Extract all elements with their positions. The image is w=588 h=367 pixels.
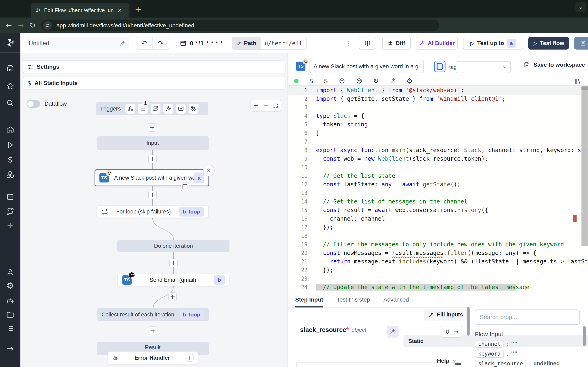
tab-step-input[interactable]: Step Input	[295, 296, 323, 308]
tab-advanced[interactable]: Advanced	[383, 296, 409, 308]
flow-node-forloop[interactable]: For loop (skip failures) b_loop	[96, 206, 209, 218]
webhook-trigger-icon[interactable]	[125, 104, 135, 114]
more-options-icon[interactable]: ⋮	[342, 37, 354, 50]
prop-pill[interactable]: slack_resource	[475, 360, 526, 367]
code-line[interactable]: 8export async function main(slack_resour…	[288, 146, 581, 155]
suspend-toggle-button[interactable]	[434, 61, 445, 72]
workers-icon[interactable]	[0, 297, 20, 305]
package-icon[interactable]	[356, 78, 362, 84]
settings-gear-icon[interactable]: ⚙	[0, 282, 20, 290]
code-line[interactable]: 21 return message.text.includes(keyword)…	[288, 257, 581, 266]
logs-icon[interactable]	[0, 324, 20, 333]
poll-trigger-icon[interactable]	[189, 104, 199, 114]
code-line[interactable]: 6}	[288, 129, 581, 137]
search-prop-input[interactable]: Search prop...	[475, 309, 580, 325]
code-line[interactable]: 3	[288, 103, 581, 112]
add-step-button[interactable]: +	[148, 155, 157, 163]
address-bar[interactable]: app.windmill.dev/flows/edit/u/henri/effe…	[41, 20, 439, 31]
windmill-logo-icon[interactable]	[0, 37, 20, 48]
code-line[interactable]: 19 // Filter the messages to only includ…	[288, 240, 581, 249]
prop-pill[interactable]: keyword	[475, 350, 504, 358]
reload-script-icon[interactable]: ↻	[373, 77, 379, 84]
docs-button[interactable]	[359, 37, 376, 50]
test-up-to-step-badge[interactable]: a	[507, 39, 516, 48]
code-line[interactable]: 7	[288, 137, 581, 146]
schedule-summary[interactable]: 0 */1 * * * *	[180, 37, 223, 50]
code-line[interactable]: 24 // Update the state with the timestam…	[288, 283, 581, 292]
save-to-workspace-button[interactable]: Save to workspace	[524, 62, 585, 68]
forward-icon[interactable]: →	[17, 22, 24, 29]
runs-icon[interactable]	[0, 141, 20, 149]
add-step-button[interactable]: +	[148, 123, 156, 132]
draft-button[interactable]: Draft	[574, 37, 588, 50]
code-line[interactable]: 4type Slack = {	[288, 112, 581, 120]
test-up-to-button[interactable]: ▷ Test up to a	[463, 37, 523, 50]
help-toggle[interactable]: Help	[437, 358, 458, 364]
code-line[interactable]: 15 const result = await web.conversation…	[288, 206, 581, 215]
reload-icon[interactable]: ↻	[29, 22, 35, 29]
workspace-icon[interactable]	[0, 64, 20, 72]
favorites-star-icon[interactable]	[0, 82, 20, 90]
panel-scrollbar[interactable]	[467, 307, 470, 336]
home-icon[interactable]	[0, 125, 20, 133]
routes-icon[interactable]	[0, 207, 20, 216]
variables-icon[interactable]: $	[309, 78, 313, 84]
flow-node-do-one-iteration[interactable]: Do one iteration	[117, 240, 229, 252]
editor-settings-gear-icon[interactable]: ⚙	[406, 77, 413, 84]
expand-sidebar-icon[interactable]: →	[0, 344, 20, 352]
package-icon[interactable]	[339, 78, 345, 84]
code-line[interactable]: 17 });	[288, 223, 581, 232]
code-line[interactable]: 13	[288, 189, 581, 197]
code-line[interactable]: 2import { getState, setState } from 'win…	[288, 95, 581, 103]
ai-builder-button[interactable]: AI Builder	[416, 37, 458, 50]
code-editor[interactable]: 1import { WebClient } from '@slack/web-a…	[288, 86, 588, 299]
props-scrollbar[interactable]	[583, 326, 586, 346]
code-line[interactable]: 9 const web = new WebClient(slack_resour…	[288, 155, 581, 163]
redo-button[interactable]: ↷	[153, 37, 169, 49]
tab-test-this-step[interactable]: Test this step	[337, 296, 370, 308]
flow-title-input[interactable]: Untitled	[25, 37, 130, 50]
fill-inputs-button[interactable]: Fill inputs	[424, 309, 467, 320]
code-line[interactable]: 18	[288, 232, 581, 240]
tab-search-icon[interactable]: ⌄	[575, 2, 586, 12]
schedules-icon[interactable]	[0, 193, 20, 201]
delete-step-button[interactable]: ×	[203, 165, 215, 176]
test-flow-button[interactable]: ▷ Test flow	[528, 37, 569, 50]
flow-node-send-email[interactable]: TS Send Email (gmail) b	[117, 274, 229, 286]
email-trigger-icon[interactable]	[176, 104, 186, 114]
users-icon[interactable]	[0, 268, 20, 276]
resources-icon[interactable]	[0, 170, 20, 179]
undo-button[interactable]: ↶	[136, 37, 153, 49]
resources-dollar-icon[interactable]: $	[324, 78, 328, 84]
tab-close-icon[interactable]: ×	[117, 7, 122, 13]
step-summary-input[interactable]: A new Slack post with a given word in a …	[310, 60, 424, 73]
path-group[interactable]: Path u/henri/eff	[232, 37, 307, 50]
schedule-trigger-icon[interactable]: 1	[138, 104, 148, 114]
ai-wand-icon[interactable]	[389, 78, 396, 84]
code-line[interactable]: 12 const lastState: any = await getState…	[288, 180, 581, 189]
editor-scrollbar[interactable]	[581, 86, 588, 246]
code-line[interactable]: 16 channel: channel	[288, 215, 581, 223]
early-stop-button[interactable]	[181, 183, 189, 191]
connect-input-button[interactable]: →	[441, 326, 462, 338]
flow-node-input[interactable]: Input	[96, 136, 209, 150]
code-line[interactable]: 20 const newMessages = result.messages.f…	[288, 249, 581, 257]
browser-tab[interactable]: Edit Flow u/henri/effective_un ×	[31, 3, 130, 17]
code-line[interactable]: 5 token: string	[288, 120, 581, 129]
websocket-trigger-icon[interactable]	[163, 104, 173, 114]
site-settings-icon[interactable]	[43, 21, 52, 30]
add-icon[interactable]: +	[0, 221, 20, 230]
flow-node-collect-result[interactable]: Collect result of each iteration b_loop	[97, 308, 209, 321]
code-line[interactable]: 1import { WebClient } from '@slack/web-a…	[288, 86, 581, 95]
code-line[interactable]: 22 });	[288, 266, 581, 275]
new-tab-button[interactable]: +	[135, 5, 142, 13]
diff-button[interactable]: ± Diff	[382, 37, 411, 50]
edit-pencil-icon[interactable]	[120, 40, 126, 46]
flow-node-error-handler[interactable]: Error Handler +	[108, 351, 198, 364]
code-line[interactable]: 11 // Get the last state	[288, 172, 581, 180]
folders-icon[interactable]	[0, 310, 20, 319]
path-value[interactable]: u/henri/eff	[260, 37, 306, 49]
add-step-button[interactable]: +	[149, 326, 157, 335]
ai-fill-prop-button[interactable]	[387, 326, 398, 338]
code-line[interactable]: 10	[288, 163, 581, 172]
